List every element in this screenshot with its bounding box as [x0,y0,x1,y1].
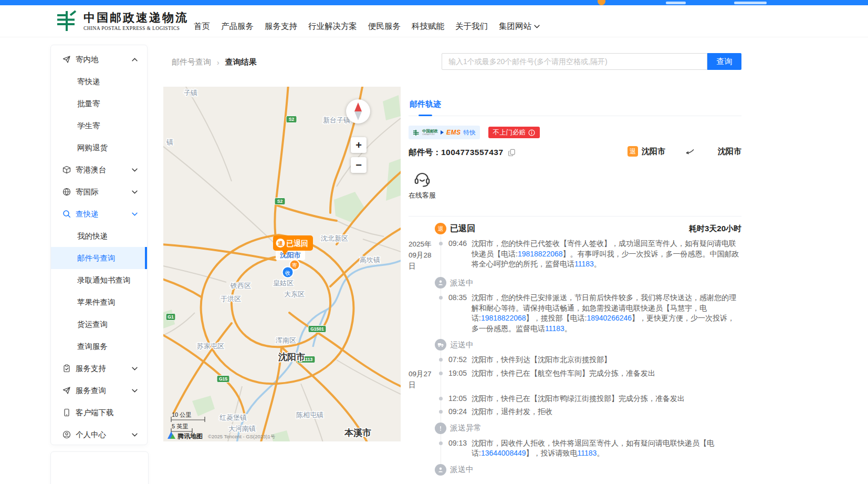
courier-status-icon [435,464,446,476]
timeline-status-派送异常: 派送异常 [409,423,741,434]
nav-item-服务支持[interactable]: 服务支持 [265,21,297,32]
attribution-label: 腾讯地图 [177,432,203,440]
timeline-dot [439,397,443,400]
road-shield-label: S2 [289,117,295,122]
sidebar-item-寄内地[interactable]: 寄内地 [51,48,147,70]
timeline-event-time: 09:46 [448,239,472,272]
phone-link[interactable]: 11183 [574,260,594,268]
nav-item-关于我们[interactable]: 关于我们 [455,21,488,32]
timeline-status-派送中: 派送中 [409,277,741,289]
phone-link[interactable]: 11183 [545,324,564,333]
nav-item-label: 首页 [194,21,210,32]
panel-tabs: 邮件轨迹 [409,98,741,116]
sidebar-item-服务查询[interactable]: 服务查询 [51,379,147,401]
sidebar-item-寄港澳台[interactable]: 寄港澳台 [51,159,147,181]
sidebar-item-label: 寄国际 [76,187,99,197]
phone-link[interactable]: 19818822068 [518,250,563,258]
route-summary: 退 沈阳市 沈阳市 [628,146,741,157]
globe-icon [62,188,71,196]
timeline-event-text: 沈阳市，您的快件已代签收【寄件人签收】，成功退回至寄件人，如有疑问请电联快递员【… [472,239,741,272]
event-text-segment: 。 [564,324,572,333]
ems-brand-en-label: CHINA POST [422,133,436,136]
sidebar-item-查询服务[interactable]: 查询服务 [51,335,147,357]
event-text-segment: 沈阳市，快件到达【沈阳市北京街揽投部】 [472,355,611,364]
receiver-marker[interactable]: 收 [283,267,294,278]
tracking-number-input[interactable] [442,53,707,70]
event-text-segment: 沈阳市，退件封发，拒收 [472,407,552,416]
sidebar-item-我的快递[interactable]: 我的快递 [51,225,147,247]
timeline-event-time: 09:24 [448,407,472,417]
sidebar-item-个人中心[interactable]: 个人中心 [51,424,147,445]
phone-link[interactable]: 11183 [578,449,597,457]
sidebar-item-苹果件查询[interactable]: 苹果件查询 [51,291,147,313]
phone-link[interactable]: 13644008449 [481,449,526,457]
nav-item-产品服务[interactable]: 产品服务 [221,21,254,32]
map-zoom-out-button[interactable]: − [351,157,367,173]
info-icon [528,129,535,136]
event-text-segment: 】，投诉请致电 [526,449,578,457]
sidebar-item-寄快递[interactable]: 寄快递 [51,70,147,92]
map-city-tag: 沈阳市 [276,250,305,260]
mail-number-value: 1004773557437 [441,148,504,157]
sidebar-item-寄国际[interactable]: 寄国际 [51,181,147,203]
sidebar-secondary-card [50,451,149,484]
map-district-label: 新台子镇 [323,116,350,124]
compass-control[interactable] [346,99,370,123]
sidebar-item-货运查询[interactable]: 货运查询 [51,313,147,335]
breadcrumb-current: 查询结果 [225,57,257,67]
sidebar-item-服务支持[interactable]: 服务支持 [51,357,147,379]
tab-mail-track[interactable]: 邮件轨迹 [409,98,442,116]
timeline-event: 09月27日19:05沈阳市，快件已在【航空包件车间】完成分拣，准备发出 [409,368,741,390]
main-nav: 首页产品服务服务支持行业解决方案便民服务科技赋能关于我们集团网站 [194,11,540,42]
event-text-segment: 沈阳市，快件已在【沈阳市鸭绿江街揽投部】完成分拣，准备发出 [472,394,685,403]
nav-item-便民服务[interactable]: 便民服务 [368,21,401,32]
map-district-label: 铁西区 [230,282,251,290]
search-button[interactable]: 查询 [707,53,741,70]
online-service[interactable]: 在线客服 [409,169,436,200]
user-avatar[interactable] [598,0,605,5]
nav-item-首页[interactable]: 首页 [194,21,210,32]
map-district-label: 苏家屯区 [197,342,224,350]
map-zoom-in-button[interactable]: + [351,137,367,153]
ems-word-label: EMS [446,129,461,136]
topbar-text-cutoff [734,2,767,4]
sidebar-item-学生寄[interactable]: 学生寄 [51,115,147,137]
callout-badge: 退 [278,241,283,246]
elapsed-time-label: 耗时3天20小时 [689,224,741,234]
sidebar-item-label: 录取通知书查询 [77,275,131,285]
timeline-node-col [433,293,448,334]
sidebar-item-label: 查询服务 [77,342,108,352]
phone-link[interactable]: 19818822068 [481,314,526,322]
nav-item-label: 科技赋能 [412,21,444,32]
breadcrumb-parent[interactable]: 邮件号查询 [172,57,211,67]
timeline-event-date: 09月27日 [409,368,433,390]
timeline-event-text: 沈阳市，快件已在【航空包件车间】完成分拣，准备发出 [472,368,741,390]
nav-item-科技赋能[interactable]: 科技赋能 [412,21,444,32]
sidebar-item-录取通知书查询[interactable]: 录取通知书查询 [51,269,147,291]
event-text-segment: 沈阳市，快件已在【航空包件车间】完成分拣，准备发出 [472,369,655,377]
warranty-badge[interactable]: 不上门必赔 [488,127,540,138]
panel-divider [409,216,741,217]
timeline-event-date [409,407,433,417]
sidebar-item-label: 我的快递 [77,231,108,241]
tracking-panel: 邮件轨迹 中国邮政 CHINA POST EMS 特快 不上门必赔 [409,98,741,480]
copy-icon[interactable] [508,149,516,157]
online-service-label: 在线客服 [409,191,436,200]
sidebar-item-客户端下载[interactable]: 客户端下载 [51,401,147,424]
map-canvas[interactable]: S2S2G1501G1113G15G1 子镇新台子镇镇沈北新区高坎镇铁西区皇姑区… [163,87,401,441]
timeline-node-col [433,394,448,404]
site-logo[interactable]: 中国邮政速递物流 CHINA POSTAL EXPRESS & LOGISTIC… [55,9,189,33]
mail-number-label: 邮件号： [409,147,441,158]
sidebar-item-批量寄[interactable]: 批量寄 [51,92,147,115]
timeline-event-date [409,355,433,365]
route-from-city: 沈阳市 [642,147,665,157]
sidebar-item-查快递[interactable]: 查快递 [51,203,147,225]
sidebar-item-label: 苹果件查询 [77,297,116,307]
sidebar-item-邮件号查询[interactable]: 邮件号查询 [51,247,147,269]
nav-item-行业解决方案[interactable]: 行业解决方案 [308,21,357,32]
nav-item-集团网站[interactable]: 集团网站 [499,21,540,32]
phone-link[interactable]: 18940266246 [587,314,632,322]
sidebar-item-label: 邮件号查询 [77,253,116,263]
callout-label: 已退回 [286,239,308,248]
sidebar-item-网购退货[interactable]: 网购退货 [51,137,147,159]
